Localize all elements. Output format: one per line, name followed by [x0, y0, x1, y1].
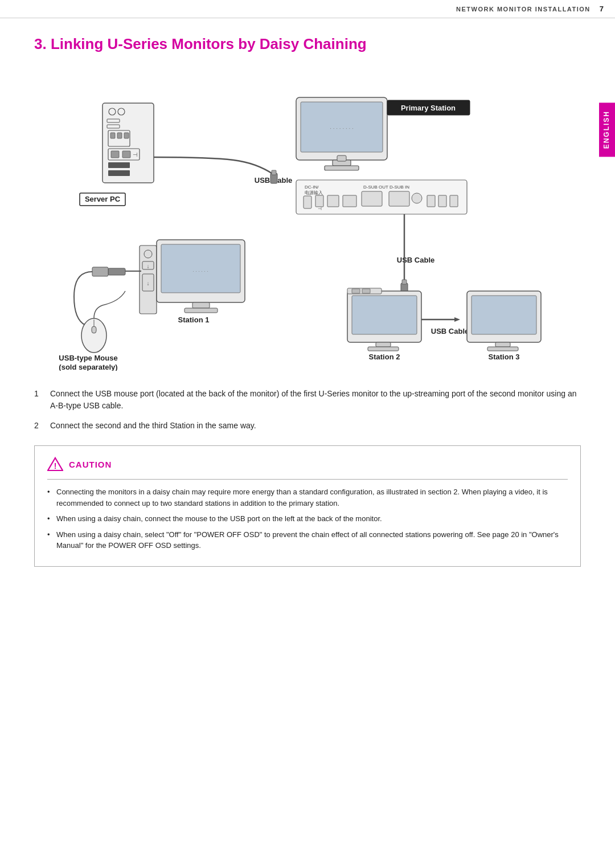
- svg-rect-32: [362, 191, 382, 206]
- caution-icon: !: [47, 456, 63, 472]
- svg-rect-11: [122, 151, 130, 158]
- primary-back-panel: DC-IN/ 电源输入 ⊣ D-SUB OUT D-SUB IN: [296, 180, 467, 214]
- instruction-item-1: 1 Connect the USB mouse port (located at…: [34, 388, 581, 412]
- header-title: NETWORK MONITOR INSTALLATION: [456, 6, 591, 13]
- svg-text:⊣: ⊣: [318, 206, 322, 211]
- svg-rect-36: [427, 195, 435, 207]
- instruction-num-2: 2: [34, 420, 50, 432]
- svg-text:↓: ↓: [147, 280, 150, 286]
- svg-rect-67: [495, 342, 510, 347]
- svg-rect-38: [450, 195, 458, 207]
- station2-graphic: [347, 288, 421, 351]
- svg-rect-10: [111, 151, 119, 158]
- svg-rect-13: [108, 162, 130, 168]
- svg-text:· · · · · ·: · · · · · ·: [192, 268, 208, 274]
- svg-rect-66: [472, 296, 536, 334]
- svg-text:· · · · · · · ·: · · · · · · · ·: [330, 125, 354, 132]
- svg-rect-34: [389, 191, 409, 206]
- svg-rect-71: [92, 326, 96, 333]
- page-number: 7: [600, 5, 604, 13]
- svg-text:DC-IN/: DC-IN/: [305, 185, 319, 190]
- svg-rect-59: [376, 342, 391, 347]
- server-pc-graphic: ⊣: [102, 103, 154, 183]
- primary-station-graphic: · · · · · · · ·: [296, 97, 387, 170]
- main-content: 3. Linking U-Series Monitors by Daisy Ch…: [0, 18, 615, 584]
- svg-point-35: [412, 193, 422, 203]
- header-bar: NETWORK MONITOR INSTALLATION 7: [0, 0, 615, 18]
- section-title: 3. Linking U-Series Monitors by Daisy Ch…: [34, 35, 581, 53]
- svg-rect-48: [92, 267, 108, 276]
- usb-cable-label-2: USB Cable: [397, 256, 434, 264]
- svg-rect-47: [108, 268, 125, 275]
- svg-rect-29: [327, 195, 339, 207]
- caution-bullets: Connecting the monitors in a daisy chain…: [47, 486, 568, 551]
- svg-rect-14: [108, 170, 130, 176]
- caution-bullet-2: When using a daisy chain, connect the mo…: [47, 513, 568, 525]
- svg-rect-20: [337, 155, 346, 161]
- station1-graphic: ↓ ↓ · · · · · ·: [74, 240, 245, 325]
- sold-separately-label: (sold separately): [59, 363, 117, 371]
- svg-point-42: [144, 250, 152, 258]
- instruction-num-1: 1: [34, 388, 50, 400]
- svg-rect-30: [343, 195, 356, 207]
- svg-text:⊣: ⊣: [133, 152, 138, 158]
- instruction-item-2: 2 Connect the second and the third Stati…: [34, 420, 581, 432]
- station2-label: Station 2: [369, 353, 400, 361]
- caution-title: CAUTION: [69, 460, 112, 469]
- instructions: 1 Connect the USB mouse port (located at…: [34, 388, 581, 432]
- caution-divider: [47, 479, 568, 480]
- caution-header: ! CAUTION: [47, 456, 568, 472]
- svg-rect-8: [124, 133, 129, 138]
- svg-rect-27: [315, 195, 323, 207]
- usb-cable-label-3: USB Cable: [431, 327, 469, 335]
- svg-rect-37: [438, 195, 446, 207]
- svg-rect-6: [110, 133, 115, 138]
- caution-bullet-3: When using a daisy chain, select "Off" f…: [47, 529, 568, 551]
- svg-rect-62: [352, 289, 360, 293]
- svg-rect-52: [184, 308, 218, 313]
- svg-rect-26: [304, 196, 311, 208]
- instruction-text-1: Connect the USB mouse port (located at t…: [50, 388, 581, 412]
- svg-text:电源输入: 电源输入: [305, 190, 323, 195]
- svg-text:↓: ↓: [147, 263, 150, 269]
- station3-label: Station 3: [489, 353, 520, 361]
- diagram-svg: ⊣ Server PC · · · · · · · ·: [51, 69, 564, 371]
- english-tab: ENGLISH: [599, 103, 615, 157]
- svg-marker-64: [454, 317, 460, 322]
- usb-mouse-label: USB-type Mouse: [59, 354, 117, 362]
- svg-rect-63: [362, 289, 370, 293]
- svg-rect-60: [368, 347, 399, 351]
- station3-graphic: [467, 291, 541, 351]
- svg-rect-56: [402, 280, 407, 284]
- usb-mouse-graphic: [81, 291, 125, 353]
- primary-station-label: Primary Station: [401, 104, 456, 112]
- svg-text:!: !: [54, 461, 57, 470]
- caution-bullet-1: Connecting the monitors in a daisy chain…: [47, 486, 568, 509]
- svg-rect-68: [487, 347, 518, 351]
- instruction-text-2: Connect the second and the third Station…: [50, 420, 581, 432]
- svg-text:D-SUB IN: D-SUB IN: [390, 185, 409, 190]
- svg-rect-7: [117, 133, 122, 138]
- svg-text:D-SUB OUT: D-SUB OUT: [363, 185, 388, 190]
- diagram-area: ⊣ Server PC · · · · · · · ·: [51, 69, 564, 371]
- caution-box: ! CAUTION Connecting the monitors in a d…: [34, 445, 581, 567]
- svg-rect-51: [192, 302, 210, 308]
- svg-rect-40: [272, 170, 276, 175]
- server-pc-label: Server PC: [85, 195, 121, 203]
- svg-rect-19: [325, 166, 359, 170]
- station1-label: Station 1: [178, 316, 210, 324]
- svg-rect-58: [352, 296, 417, 334]
